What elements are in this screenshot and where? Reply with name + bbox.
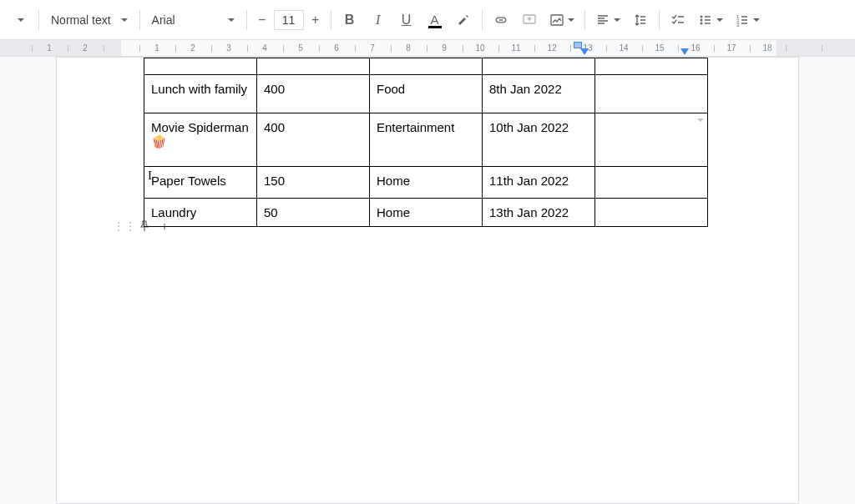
font-family-select[interactable]: Arial	[145, 7, 241, 33]
table-cell[interactable]: 400	[257, 75, 370, 113]
table-cell[interactable]: 11th Jan 2022	[483, 167, 595, 199]
table-cell[interactable]: 13th Jan 2022	[483, 199, 595, 227]
line-spacing-button[interactable]	[627, 7, 654, 33]
table-cell[interactable]: 8th Jan 2022	[483, 75, 595, 113]
comment-plus-icon	[522, 13, 537, 28]
insert-link-button[interactable]	[488, 7, 514, 33]
numbered-list-button[interactable]: 123	[730, 7, 765, 33]
separator	[246, 10, 247, 30]
ruler-number: 3	[226, 43, 231, 53]
chevron-down-icon	[228, 18, 235, 22]
bullet-list-icon	[698, 13, 713, 28]
insert-image-button[interactable]	[544, 7, 579, 33]
page[interactable]: ⋮⋮ + Lunch with family 400 Food	[56, 57, 799, 504]
cell-dropdown-icon[interactable]	[697, 118, 704, 122]
ruler-number: 7	[370, 43, 375, 53]
table-cell[interactable]: 150	[257, 167, 370, 199]
table-cell[interactable]: Movie Spiderman 🍿	[144, 113, 257, 167]
table-row[interactable]	[144, 58, 708, 75]
table-cell[interactable]	[257, 58, 370, 75]
table-cell[interactable]	[595, 199, 708, 227]
font-size-increase-button[interactable]: +	[306, 10, 326, 30]
ruler-number: 15	[655, 43, 664, 53]
svg-point-2	[700, 15, 702, 18]
more-button[interactable]	[7, 7, 33, 33]
separator	[38, 10, 39, 30]
toolbar: Normal text Arial − + B I U A	[0, 0, 855, 40]
table-cell[interactable]: Home	[370, 199, 483, 227]
table-cell[interactable]: I Paper Towels	[144, 167, 257, 199]
ruler-number: 5	[298, 43, 303, 53]
chevron-down-icon	[568, 18, 574, 22]
table-row[interactable]: I Paper Towels 150 Home 11th Jan 2022	[144, 167, 708, 199]
ruler-number: 9	[442, 43, 447, 53]
ruler-number: 2	[83, 43, 88, 53]
table-cell[interactable]: Food	[370, 75, 483, 113]
highlighter-icon	[456, 13, 471, 28]
separator	[482, 10, 483, 30]
ruler-number: 4	[262, 43, 267, 53]
table-cell[interactable]: 10th Jan 2022	[483, 113, 595, 167]
add-comment-button[interactable]	[516, 7, 543, 33]
table-cell[interactable]	[595, 167, 708, 199]
table-cell[interactable]: Laundry	[144, 199, 257, 227]
table-cell[interactable]	[595, 75, 708, 113]
horizontal-ruler[interactable]: 21123456789101112131415161718	[0, 40, 855, 57]
drag-handle-icon[interactable]: ⋮⋮	[117, 219, 132, 234]
table-row[interactable]: Laundry 50 Home 13th Jan 2022	[144, 199, 708, 227]
chevron-down-icon	[716, 18, 723, 22]
table-row[interactable]: Movie Spiderman 🍿 400 Entertainment 10th…	[144, 113, 708, 167]
document-area: ⋮⋮ + Lunch with family 400 Food	[0, 57, 855, 504]
table-cell[interactable]: Home	[370, 167, 483, 199]
paragraph-style-label: Normal text	[51, 13, 111, 27]
numbered-list-icon: 123	[735, 13, 750, 28]
table-cell[interactable]: Entertainment	[370, 113, 483, 167]
bold-button[interactable]: B	[336, 7, 363, 33]
table-cell[interactable]	[370, 58, 483, 75]
highlight-color-button[interactable]	[450, 7, 477, 33]
chevron-down-icon	[121, 18, 128, 22]
table-cell[interactable]	[595, 58, 708, 75]
separator	[331, 10, 331, 30]
ruler-number: 1	[154, 43, 159, 53]
table-cell[interactable]: Lunch with family	[144, 75, 257, 113]
checklist-button[interactable]	[665, 7, 691, 33]
underline-button[interactable]: U	[393, 7, 420, 33]
align-button[interactable]	[590, 7, 625, 33]
font-size-decrease-button[interactable]: −	[252, 10, 272, 30]
svg-text:3: 3	[736, 23, 740, 28]
table-cell[interactable]: 400	[257, 113, 370, 167]
ruler-number: 11	[511, 43, 520, 53]
bulleted-list-button[interactable]	[693, 7, 728, 33]
table-cell[interactable]: 50	[257, 199, 370, 227]
link-icon	[493, 13, 508, 28]
chevron-down-icon	[753, 18, 760, 22]
paragraph-style-select[interactable]: Normal text	[44, 7, 134, 33]
ruler-tab-stop[interactable]	[680, 48, 689, 55]
italic-button[interactable]: I	[365, 7, 392, 33]
text-color-button[interactable]: A	[422, 7, 448, 33]
checklist-icon	[670, 13, 686, 28]
table-row[interactable]: Lunch with family 400 Food 8th Jan 2022	[144, 75, 708, 113]
ruler-number: 12	[547, 43, 556, 53]
font-size-group: − +	[252, 10, 326, 30]
ruler-indent-marker[interactable]	[574, 42, 582, 48]
chevron-down-icon	[614, 18, 620, 22]
svg-point-4	[700, 22, 702, 24]
font-size-input[interactable]	[274, 10, 304, 30]
ruler-number: 8	[406, 43, 411, 53]
ruler-number: 17	[726, 43, 736, 53]
ruler-number: 2	[190, 43, 195, 53]
ruler-number: 1	[47, 43, 52, 53]
table-cell-text: Paper Towels	[151, 174, 226, 188]
table-cell[interactable]	[483, 58, 595, 75]
text-color-indicator	[428, 26, 442, 28]
ruler-number: 10	[475, 43, 484, 53]
ruler-tab-stop[interactable]	[580, 48, 589, 55]
chevron-down-icon	[18, 18, 24, 22]
table[interactable]: Lunch with family 400 Food 8th Jan 2022 …	[144, 58, 708, 227]
table-cell[interactable]	[144, 58, 257, 75]
table-cell[interactable]	[595, 113, 708, 167]
line-spacing-icon	[633, 13, 648, 28]
separator	[659, 10, 660, 30]
